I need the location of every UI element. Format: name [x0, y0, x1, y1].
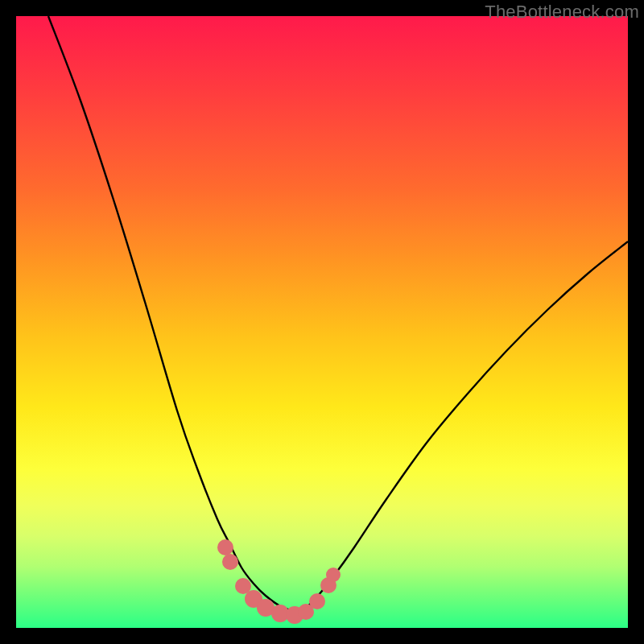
bottom-dot	[309, 593, 325, 609]
right-curve	[298, 242, 628, 612]
bottom-dot	[222, 554, 238, 570]
chart-svg	[16, 16, 628, 628]
bottom-dot	[217, 539, 233, 555]
outer-frame: TheBottleneck.com	[0, 0, 644, 644]
watermark-text: TheBottleneck.com	[485, 2, 639, 23]
left-curve	[48, 16, 298, 612]
bottom-dots-group	[217, 539, 341, 624]
bottom-dot	[326, 568, 341, 582]
plot-area	[16, 16, 628, 628]
